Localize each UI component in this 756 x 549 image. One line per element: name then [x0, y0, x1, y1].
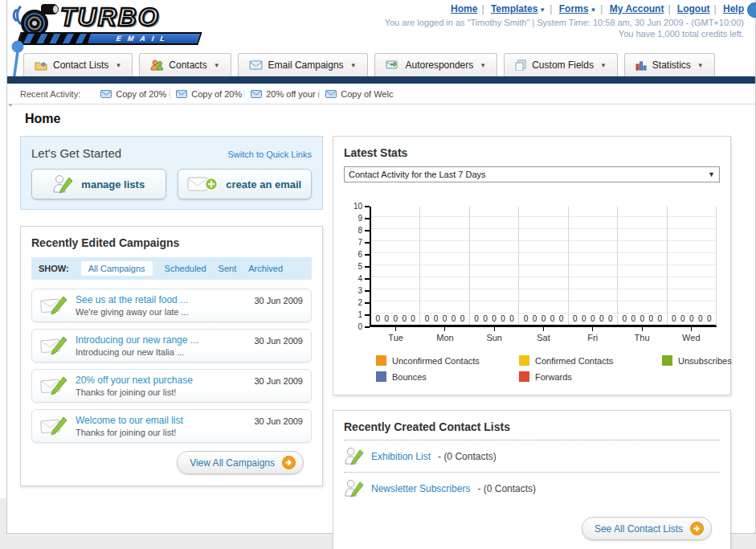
dropdown-arrow-icon: ▼	[214, 62, 220, 69]
login-status-text: You are logged in as "Timothy Smith" | S…	[385, 18, 744, 27]
manage-lists-button[interactable]: manage lists	[31, 169, 166, 199]
chart-value-labels: 00000	[668, 314, 716, 323]
envelope-icon	[176, 90, 187, 98]
envelope-pencil-icon	[40, 335, 67, 357]
top-link-forms[interactable]: Forms	[559, 3, 589, 14]
help-bubble-icon[interactable]	[747, 2, 756, 18]
chart-day-group: 00000	[568, 207, 617, 325]
contact-list-count: - (0 Contacts)	[438, 451, 497, 462]
top-link-help[interactable]: Help	[723, 3, 744, 14]
tab-contacts[interactable]: Contacts▼	[139, 53, 231, 76]
tab-contact-lists[interactable]: Contact Lists▼	[23, 53, 133, 76]
latest-stats-panel: Latest Stats Contact Activity for the La…	[333, 136, 731, 395]
y-axis-tick: 7	[358, 239, 370, 247]
campaign-date: 30 Jun 2009	[254, 416, 303, 426]
statistics-icon	[635, 60, 647, 71]
chart-value-labels: 00000	[569, 314, 617, 323]
contacts-icon	[150, 59, 163, 71]
view-all-campaigns-button[interactable]: View All Campaigns	[177, 451, 304, 474]
y-axis-tick: 10	[353, 203, 370, 211]
person-pencil-icon	[52, 174, 73, 195]
x-axis-label: Tue	[371, 327, 420, 342]
legend-item: Confirmed Contacts	[519, 355, 662, 366]
filter-scheduled[interactable]: Scheduled	[165, 264, 206, 273]
top-link-my-account[interactable]: My Account	[610, 3, 664, 14]
campaign-row[interactable]: Welcome to our email list Thanks for joi…	[31, 409, 312, 443]
get-started-title: Let's Get Started	[31, 146, 121, 160]
chart-legend: Unconfirmed ContactsConfirmed ContactsUn…	[376, 355, 717, 382]
header-right: Home| Templates▼| Forms▼| My Account| Lo…	[385, 3, 744, 39]
envelope-plus-icon	[187, 174, 218, 194]
recent-activity-item[interactable]: 20% off your next p	[244, 89, 319, 99]
y-axis-tick: 0	[358, 323, 370, 331]
filter-archived[interactable]: Archived	[248, 264, 283, 273]
create-email-button[interactable]: create an email	[178, 169, 313, 199]
campaign-subtitle: We're giving away our late ...	[76, 306, 246, 318]
recent-activity-item[interactable]: Copy of Welcome to	[319, 89, 394, 99]
filter-all-campaigns[interactable]: All Campaigns	[81, 261, 153, 276]
recent-activity-label: Recent Activity:	[20, 89, 80, 99]
campaign-title-link[interactable]: 20% off your next purchase	[76, 374, 246, 387]
x-axis-label: Wed	[667, 327, 716, 342]
chart-value-labels: 00000	[420, 314, 468, 323]
dropdown-arrow-icon: ▼	[115, 62, 121, 69]
person-pencil-icon	[344, 478, 364, 498]
see-all-contact-lists-button[interactable]: See All Contact Lists	[582, 517, 712, 540]
chart-value-labels: 00000	[618, 314, 666, 323]
dropdown-arrow-icon: ▼	[350, 62, 357, 69]
tab-custom-fields[interactable]: Custom Fields▼	[504, 53, 618, 76]
stats-period-select[interactable]: Contact Activity for the Last 7 Days ▼	[344, 166, 720, 182]
x-axis-label: Sun	[470, 327, 519, 342]
recent-activity-item[interactable]: Copy of 20% off yo	[95, 89, 170, 99]
navy-divider-bar	[7, 76, 755, 84]
contact-activity-chart: 012345678910 000000000000000000000000000…	[349, 207, 717, 382]
y-axis-tick: 2	[358, 299, 370, 307]
switch-quick-links-link[interactable]: Switch to Quick Links	[227, 150, 312, 159]
campaigns-filter-bar: SHOW: All Campaigns Scheduled Sent Archi…	[31, 257, 312, 280]
campaign-row[interactable]: See us at the retail food ... We're givi…	[31, 289, 312, 322]
contact-lists-title: Recently Created Contact Lists	[344, 420, 720, 433]
top-links-nav: Home| Templates▼| Forms▼| My Account| Lo…	[385, 3, 744, 14]
chart-day-group: 00000	[617, 207, 666, 325]
y-axis-tick: 5	[358, 263, 370, 271]
show-label: SHOW:	[39, 264, 69, 273]
y-axis-tick: 1	[358, 311, 370, 319]
recent-activity-item[interactable]: Copy of 20% off yo	[170, 89, 244, 99]
dropdown-arrow-icon: ▼	[539, 6, 546, 14]
email-campaigns-icon	[249, 60, 263, 70]
chart-day-group: 00000	[518, 207, 567, 325]
contact-list-link[interactable]: Exhibition List	[371, 451, 431, 462]
dropdown-arrow-icon: ▼	[697, 62, 704, 69]
tab-autoresponders[interactable]: Autoresponders▼	[374, 53, 498, 76]
contact-list-item[interactable]: Newsletter Subscribers - (0 Contacts)	[344, 472, 720, 504]
tab-email-campaigns[interactable]: Email Campaigns▼	[238, 53, 368, 76]
chart-day-group: 00000	[667, 207, 716, 325]
turbo-email-logo: TURBO EMAIL	[10, 2, 206, 48]
top-link-logout[interactable]: Logout	[677, 3, 710, 14]
campaign-row[interactable]: Introducing our new range ... Introducin…	[31, 329, 312, 363]
legend-item: Unsubscribes	[662, 355, 732, 366]
contact-list-count: - (0 Contacts)	[477, 483, 536, 494]
arrow-circle-icon	[282, 456, 296, 469]
contact-list-link[interactable]: Newsletter Subscribers	[371, 483, 470, 494]
app-window: TURBO EMAIL Home| Templates▼| Forms▼| My…	[6, 0, 756, 534]
contact-list-item[interactable]: Exhibition List - (0 Contacts)	[344, 440, 720, 472]
x-axis-label: Fri	[568, 327, 617, 342]
main-nav-tabs: Contact Lists▼ Contacts▼ Email Campaigns…	[23, 53, 715, 76]
campaign-title-link[interactable]: See us at the retail food ...	[76, 293, 246, 306]
chart-day-group: 00000	[419, 207, 468, 325]
filter-sent[interactable]: Sent	[219, 264, 237, 273]
person-pencil-icon	[344, 446, 364, 466]
campaign-title-link[interactable]: Welcome to our email list	[76, 414, 246, 427]
logo-title: TURBO	[60, 3, 160, 31]
envelope-pencil-icon	[40, 416, 67, 437]
campaign-title-link[interactable]: Introducing our new range ...	[76, 334, 246, 346]
x-axis-label: Sat	[519, 327, 568, 342]
campaign-row[interactable]: 20% off your next purchase Thanks for jo…	[31, 369, 312, 403]
select-caret-icon: ▼	[708, 170, 715, 178]
chart-y-axis: 012345678910	[349, 207, 370, 327]
chart-plot-area: 00000000000000000000000000000000000	[370, 207, 717, 327]
tab-statistics[interactable]: Statistics▼	[624, 53, 715, 76]
top-link-home[interactable]: Home	[451, 3, 477, 14]
top-link-templates[interactable]: Templates	[491, 3, 537, 14]
